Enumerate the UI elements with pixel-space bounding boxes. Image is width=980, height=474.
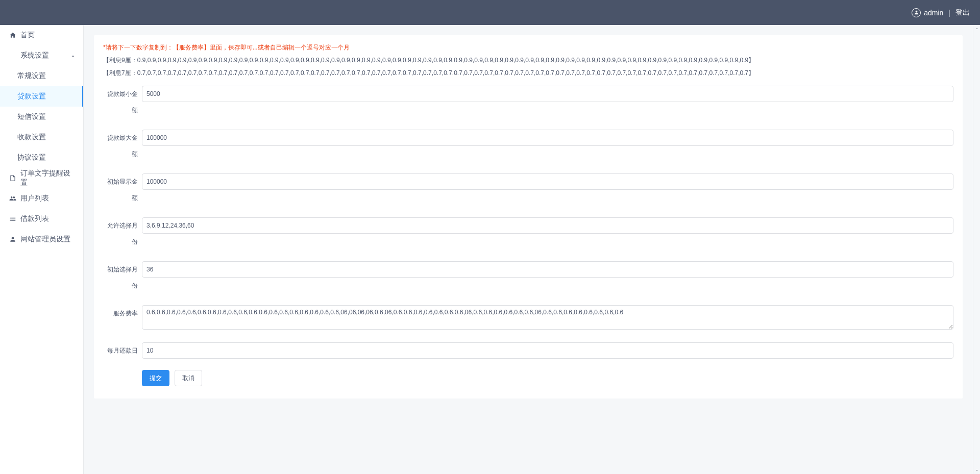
sidebar-item-label: 常规设置 <box>17 71 46 81</box>
sidebar-item-borrow-list[interactable]: 借款列表 <box>0 209 83 229</box>
sidebar-item-label: 借款列表 <box>20 214 49 223</box>
sidebar-item-label: 收款设置 <box>17 133 46 142</box>
label-repay-day: 每月还款日 <box>103 342 142 359</box>
logout-link[interactable]: 登出 <box>955 8 970 17</box>
content-panel: *请将下一下数字复制到：【服务费率】里面，保存即可...或者自己编辑一个逗号对应… <box>94 35 963 398</box>
sidebar-item-general-settings[interactable]: 常规设置 <box>0 66 83 86</box>
user-avatar-icon <box>912 8 921 17</box>
sidebar-item-loan-settings[interactable]: 贷款设置 <box>0 86 83 107</box>
sidebar-item-label: 订单文字提醒设置 <box>20 169 74 187</box>
header-username: admin <box>924 9 943 17</box>
min-amount-input[interactable] <box>142 86 953 102</box>
chevron-up-icon <box>70 53 76 61</box>
sidebar-item-user-list[interactable]: 用户列表 <box>0 188 83 209</box>
label-init-month: 初始选择月份 <box>103 261 142 294</box>
gear-icon <box>9 52 16 59</box>
rate-9-hint: 【利息9厘：0.9,0.9,0.9,0.9,0.9,0.9,0.9,0.9,0.… <box>103 56 953 65</box>
document-icon <box>9 174 16 182</box>
home-icon <box>9 32 16 39</box>
body-layout: 首页 系统设置 常规设置 贷款设置 短信设置 收款设置 协议设置 订单文字提醒设… <box>0 25 980 474</box>
hint-warning: *请将下一下数字复制到：【服务费率】里面，保存即可...或者自己编辑一个逗号对应… <box>103 43 953 52</box>
sidebar-item-label: 系统设置 <box>20 51 49 60</box>
label-min-amount: 贷款最小金额 <box>103 86 142 118</box>
sidebar-item-label: 用户列表 <box>20 194 49 203</box>
sidebar-item-admin-settings[interactable]: 网站管理员设置 <box>0 229 83 250</box>
sidebar: 首页 系统设置 常规设置 贷款设置 短信设置 收款设置 协议设置 订单文字提醒设… <box>0 25 84 474</box>
person-icon <box>9 236 16 243</box>
repay-day-input[interactable] <box>142 342 953 359</box>
users-icon <box>9 195 16 202</box>
label-allowed-months: 允许选择月份 <box>103 217 142 250</box>
submit-button[interactable]: 提交 <box>142 370 169 386</box>
init-month-input[interactable] <box>142 261 953 278</box>
rate-7-hint: 【利息7厘：0.7,0.7,0.7,0.7,0.7,0.7,0.7,0.7,0.… <box>103 69 953 78</box>
max-amount-input[interactable] <box>142 130 953 146</box>
sidebar-item-home[interactable]: 首页 <box>0 25 83 45</box>
sidebar-item-system-settings[interactable]: 系统设置 <box>0 45 83 66</box>
label-max-amount: 贷款最大金额 <box>103 130 142 162</box>
top-header: admin | 登出 <box>0 0 980 25</box>
allowed-months-input[interactable] <box>142 217 953 234</box>
sidebar-item-label: 首页 <box>20 31 35 40</box>
sidebar-item-sms-settings[interactable]: 短信设置 <box>0 107 83 127</box>
sidebar-item-payment-settings[interactable]: 收款设置 <box>0 127 83 147</box>
sidebar-item-agreement-settings[interactable]: 协议设置 <box>0 147 83 168</box>
label-service-rate: 服务费率 <box>103 305 142 321</box>
label-init-display-amount: 初始显示金额 <box>103 173 142 206</box>
sidebar-item-label: 贷款设置 <box>17 92 46 101</box>
loan-settings-form: 贷款最小金额 贷款最大金额 初始显示金额 允许选择月份 <box>103 86 953 386</box>
sidebar-item-label: 网站管理员设置 <box>20 235 70 244</box>
scroll-up-icon[interactable] <box>973 25 980 32</box>
header-user-section[interactable]: admin <box>912 8 943 17</box>
scroll-down-icon[interactable] <box>973 467 980 474</box>
cancel-button[interactable]: 取消 <box>175 370 202 386</box>
main-area: *请将下一下数字复制到：【服务费率】里面，保存即可...或者自己编辑一个逗号对应… <box>84 25 980 474</box>
sidebar-item-label: 短信设置 <box>17 112 46 121</box>
scrollbar[interactable] <box>973 25 980 474</box>
list-icon <box>9 215 16 222</box>
sidebar-item-label: 协议设置 <box>17 153 46 162</box>
init-display-amount-input[interactable] <box>142 173 953 190</box>
header-separator: | <box>948 9 950 17</box>
service-rate-textarea[interactable] <box>142 305 953 330</box>
content-scroll: *请将下一下数字复制到：【服务费率】里面，保存即可...或者自己编辑一个逗号对应… <box>84 25 973 474</box>
sidebar-item-order-text[interactable]: 订单文字提醒设置 <box>0 168 83 188</box>
